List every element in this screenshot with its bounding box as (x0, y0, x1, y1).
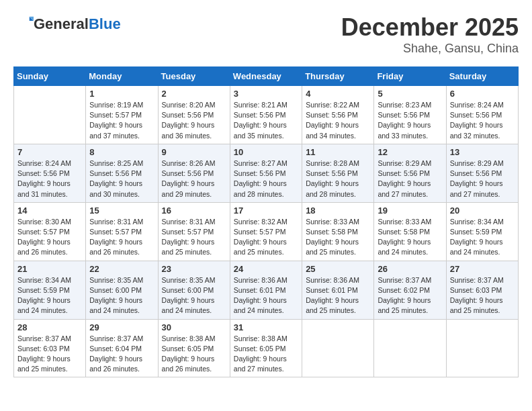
day-number: 12 (378, 147, 442, 157)
day-number: 14 (17, 205, 82, 216)
day-cell: 3Sunrise: 8:21 AMSunset: 5:56 PMDaylight… (230, 86, 302, 144)
day-number: 10 (234, 147, 298, 157)
day-cell: 15Sunrise: 8:31 AMSunset: 5:57 PMDayligh… (86, 202, 158, 261)
weekday-header-thursday: Thursday (302, 67, 374, 86)
day-info: Sunrise: 8:33 AMSunset: 5:58 PMDaylight:… (306, 217, 370, 258)
day-info: Sunrise: 8:38 AMSunset: 6:05 PMDaylight:… (162, 334, 226, 375)
day-info: Sunrise: 8:24 AMSunset: 5:56 PMDaylight:… (450, 100, 515, 141)
page-header: GeneralBlue December 2025 Shahe, Gansu, … (13, 13, 519, 56)
logo: GeneralBlue (13, 13, 121, 35)
day-number: 7 (17, 147, 82, 157)
day-info: Sunrise: 8:26 AMSunset: 5:56 PMDaylight:… (162, 158, 226, 199)
week-row-4: 21Sunrise: 8:34 AMSunset: 5:59 PMDayligh… (14, 261, 519, 319)
day-info: Sunrise: 8:31 AMSunset: 5:57 PMDaylight:… (89, 217, 154, 258)
day-cell: 21Sunrise: 8:34 AMSunset: 5:59 PMDayligh… (14, 261, 86, 319)
day-cell: 24Sunrise: 8:36 AMSunset: 6:01 PMDayligh… (230, 261, 302, 319)
day-cell: 28Sunrise: 8:37 AMSunset: 6:03 PMDayligh… (14, 319, 86, 377)
day-info: Sunrise: 8:34 AMSunset: 5:59 PMDaylight:… (17, 275, 82, 316)
day-cell: 31Sunrise: 8:38 AMSunset: 6:05 PMDayligh… (230, 319, 302, 377)
day-info: Sunrise: 8:30 AMSunset: 5:57 PMDaylight:… (17, 217, 82, 258)
location-title: Shahe, Gansu, China (341, 42, 519, 56)
day-info: Sunrise: 8:22 AMSunset: 5:56 PMDaylight:… (306, 100, 370, 141)
day-number: 2 (162, 89, 226, 99)
day-number: 11 (306, 147, 370, 157)
week-row-5: 28Sunrise: 8:37 AMSunset: 6:03 PMDayligh… (14, 319, 519, 377)
day-cell: 6Sunrise: 8:24 AMSunset: 5:56 PMDaylight… (446, 86, 518, 144)
day-number: 25 (306, 264, 370, 274)
day-cell: 30Sunrise: 8:38 AMSunset: 6:05 PMDayligh… (158, 319, 230, 377)
day-number: 8 (89, 147, 154, 157)
day-number: 22 (89, 264, 154, 274)
day-cell: 11Sunrise: 8:28 AMSunset: 5:56 PMDayligh… (302, 144, 374, 202)
day-number: 29 (89, 322, 154, 332)
day-cell: 23Sunrise: 8:35 AMSunset: 6:00 PMDayligh… (158, 261, 230, 319)
day-cell: 18Sunrise: 8:33 AMSunset: 5:58 PMDayligh… (302, 202, 374, 261)
week-row-3: 14Sunrise: 8:30 AMSunset: 5:57 PMDayligh… (14, 202, 519, 261)
day-info: Sunrise: 8:19 AMSunset: 5:57 PMDaylight:… (89, 100, 154, 141)
day-cell: 19Sunrise: 8:33 AMSunset: 5:58 PMDayligh… (374, 202, 446, 261)
day-info: Sunrise: 8:21 AMSunset: 5:56 PMDaylight:… (234, 100, 298, 141)
day-cell: 17Sunrise: 8:32 AMSunset: 5:57 PMDayligh… (230, 202, 302, 261)
day-number: 31 (234, 322, 298, 332)
day-number: 18 (306, 205, 370, 216)
day-info: Sunrise: 8:28 AMSunset: 5:56 PMDaylight:… (306, 158, 370, 199)
day-info: Sunrise: 8:24 AMSunset: 5:56 PMDaylight:… (17, 158, 82, 199)
day-info: Sunrise: 8:27 AMSunset: 5:56 PMDaylight:… (234, 158, 298, 199)
day-cell: 10Sunrise: 8:27 AMSunset: 5:56 PMDayligh… (230, 144, 302, 202)
day-info: Sunrise: 8:33 AMSunset: 5:58 PMDaylight:… (378, 217, 442, 258)
logo-text: GeneralBlue (34, 16, 121, 32)
day-cell (446, 319, 518, 377)
day-cell: 16Sunrise: 8:31 AMSunset: 5:57 PMDayligh… (158, 202, 230, 261)
day-number: 27 (450, 264, 515, 274)
day-number: 15 (89, 205, 154, 216)
day-info: Sunrise: 8:25 AMSunset: 5:56 PMDaylight:… (89, 158, 154, 199)
day-number: 19 (378, 205, 442, 216)
day-info: Sunrise: 8:37 AMSunset: 6:04 PMDaylight:… (89, 334, 154, 375)
day-number: 26 (378, 264, 442, 274)
day-number: 1 (89, 89, 154, 99)
day-number: 24 (234, 264, 298, 274)
day-cell: 1Sunrise: 8:19 AMSunset: 5:57 PMDaylight… (86, 86, 158, 144)
day-info: Sunrise: 8:32 AMSunset: 5:57 PMDaylight:… (234, 217, 298, 258)
day-cell: 20Sunrise: 8:34 AMSunset: 5:59 PMDayligh… (446, 202, 518, 261)
day-info: Sunrise: 8:34 AMSunset: 5:59 PMDaylight:… (450, 217, 515, 258)
day-cell: 27Sunrise: 8:37 AMSunset: 6:03 PMDayligh… (446, 261, 518, 319)
day-cell: 25Sunrise: 8:36 AMSunset: 6:01 PMDayligh… (302, 261, 374, 319)
weekday-header-row: SundayMondayTuesdayWednesdayThursdayFrid… (14, 67, 519, 86)
day-cell: 7Sunrise: 8:24 AMSunset: 5:56 PMDaylight… (14, 144, 86, 202)
day-number: 5 (378, 89, 442, 99)
day-cell: 22Sunrise: 8:35 AMSunset: 6:00 PMDayligh… (86, 261, 158, 319)
weekday-header-sunday: Sunday (14, 67, 86, 86)
day-info: Sunrise: 8:36 AMSunset: 6:01 PMDaylight:… (234, 275, 298, 316)
day-cell: 4Sunrise: 8:22 AMSunset: 5:56 PMDaylight… (302, 86, 374, 144)
month-title: December 2025 (341, 13, 519, 42)
day-cell: 5Sunrise: 8:23 AMSunset: 5:56 PMDaylight… (374, 86, 446, 144)
weekday-header-friday: Friday (374, 67, 446, 86)
day-number: 16 (162, 205, 226, 216)
day-info: Sunrise: 8:37 AMSunset: 6:03 PMDaylight:… (450, 275, 515, 316)
weekday-header-wednesday: Wednesday (230, 67, 302, 86)
day-cell (374, 319, 446, 377)
weekday-header-monday: Monday (86, 67, 158, 86)
day-info: Sunrise: 8:23 AMSunset: 5:56 PMDaylight:… (378, 100, 442, 141)
day-info: Sunrise: 8:35 AMSunset: 6:00 PMDaylight:… (162, 275, 226, 316)
week-row-2: 7Sunrise: 8:24 AMSunset: 5:56 PMDaylight… (14, 144, 519, 202)
day-info: Sunrise: 8:37 AMSunset: 6:02 PMDaylight:… (378, 275, 442, 316)
day-number: 20 (450, 205, 515, 216)
day-info: Sunrise: 8:37 AMSunset: 6:03 PMDaylight:… (17, 334, 82, 375)
day-cell: 14Sunrise: 8:30 AMSunset: 5:57 PMDayligh… (14, 202, 86, 261)
day-info: Sunrise: 8:31 AMSunset: 5:57 PMDaylight:… (162, 217, 226, 258)
day-cell (302, 319, 374, 377)
day-number: 21 (17, 264, 82, 274)
calendar-table: SundayMondayTuesdayWednesdayThursdayFrid… (13, 66, 519, 377)
day-cell: 13Sunrise: 8:29 AMSunset: 5:56 PMDayligh… (446, 144, 518, 202)
day-cell: 29Sunrise: 8:37 AMSunset: 6:04 PMDayligh… (86, 319, 158, 377)
day-number: 17 (234, 205, 298, 216)
day-cell (14, 86, 86, 144)
weekday-header-saturday: Saturday (446, 67, 518, 86)
day-info: Sunrise: 8:20 AMSunset: 5:56 PMDaylight:… (162, 100, 226, 141)
title-block: December 2025 Shahe, Gansu, China (341, 13, 519, 56)
logo-icon (15, 13, 34, 32)
day-number: 9 (162, 147, 226, 157)
day-info: Sunrise: 8:36 AMSunset: 6:01 PMDaylight:… (306, 275, 370, 316)
